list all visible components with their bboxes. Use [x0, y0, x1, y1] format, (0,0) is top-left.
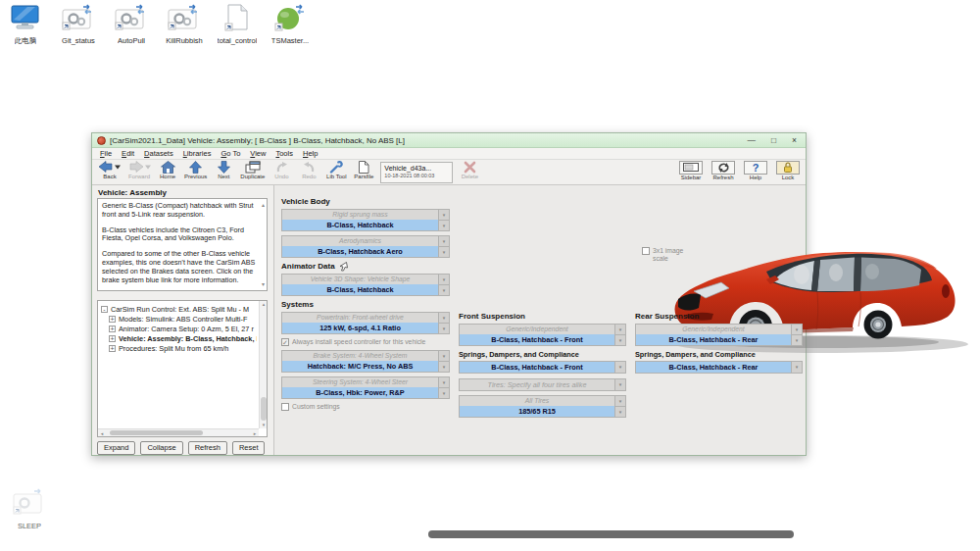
collapse-button[interactable]: Collapse — [140, 441, 182, 455]
dropdown-arrow-icon[interactable]: ▾ — [614, 334, 625, 345]
help-button[interactable]: ? Help — [742, 161, 769, 184]
dropdown-selected-value[interactable]: B-Class, Hatchback - Rear — [636, 334, 802, 345]
tree-item-run-control[interactable]: - CarSim Run Control: Ext. ABS: Split Mu… — [101, 304, 257, 314]
menu-file[interactable]: File — [96, 149, 116, 158]
tree-item-vehicle[interactable]: + Vehicle: Assembly: B-Class, Hatchback,… — [101, 333, 257, 343]
dropdown-selected-value[interactable]: B-Class, Hatchback Aero — [282, 246, 449, 257]
checkbox-unchecked-icon[interactable] — [642, 247, 650, 255]
dropdown-selected-value[interactable]: B-Class, Hatchback - Rear — [636, 362, 802, 373]
dropdown-arrow-icon[interactable]: ▾ — [791, 325, 802, 334]
dropdown-arrow-icon[interactable]: ▾ — [438, 313, 449, 323]
dropdown-arrow-icon[interactable]: ▾ — [614, 362, 625, 373]
tree-item-models[interactable]: + Models: Simulink: ABS Controller Multi… — [101, 314, 257, 324]
dropdown-category-link[interactable]: All Tires — [460, 396, 625, 406]
next-button[interactable]: Next — [211, 161, 236, 184]
checkbox-checked-icon[interactable]: ✓ — [281, 338, 289, 346]
tree-expand-icon[interactable]: + — [109, 316, 116, 323]
dropdown-arrow-icon[interactable]: ▾ — [614, 406, 625, 417]
dropdown-category-link[interactable]: Generic/Independent — [636, 325, 802, 334]
dropdown-arrow-icon[interactable]: ▾ — [438, 284, 449, 295]
undo-button[interactable]: Undo — [269, 161, 294, 184]
custom-settings-checkbox[interactable]: Custom settings — [281, 403, 450, 411]
scrollbar-thumb[interactable] — [261, 397, 267, 421]
reset-button[interactable]: Reset — [232, 441, 266, 455]
dropdown-arrow-icon[interactable]: ▾ — [438, 377, 449, 387]
redo-button[interactable]: Redo — [296, 161, 321, 184]
dropdown-selected-value[interactable]: 125 kW, 6-spd, 4.1 Ratio — [282, 323, 449, 333]
menu-libraries[interactable]: Libraries — [179, 149, 216, 158]
dropdown-category-link[interactable]: Aerodynamics — [282, 236, 449, 246]
tree-item-animator[interactable]: + Animator: Camera Setup: 0 Azm, 5 El, 2… — [101, 324, 257, 333]
dropdown-arrow-icon[interactable]: ▾ — [438, 246, 449, 257]
back-button[interactable]: Back — [96, 161, 123, 184]
dropdown-arrow-icon[interactable]: ▾ — [438, 275, 449, 284]
tree-collapse-icon[interactable]: - — [101, 306, 108, 313]
scroll-down-icon[interactable]: ▾ — [262, 281, 265, 287]
tree-expand-icon[interactable]: + — [109, 326, 116, 332]
dropdown-selected-value[interactable]: 185/65 R15 — [460, 406, 625, 417]
dropdown-arrow-icon[interactable]: ▾ — [438, 220, 449, 230]
delete-button[interactable]: Delete — [457, 161, 482, 184]
menu-help[interactable]: Help — [299, 149, 321, 158]
desktop-icon-autopull[interactable]: AutoPull — [108, 3, 155, 45]
dataset-info-box[interactable]: Vehicle_d43a... 10-18-2021 08:00:03 — [380, 162, 453, 183]
scroll-right-icon[interactable]: ▸ — [251, 429, 259, 437]
dropdown-arrow-icon[interactable]: ▾ — [438, 323, 449, 333]
checkbox-unchecked-icon[interactable] — [281, 403, 289, 411]
dropdown-arrow-icon[interactable]: ▾ — [614, 396, 625, 406]
lock-button[interactable]: Lock — [774, 161, 802, 184]
speed-controller-checkbox[interactable]: ✓ Always install speed controller for th… — [281, 338, 450, 346]
tree-expand-icon[interactable]: + — [109, 345, 116, 352]
scrollbar-thumb[interactable] — [110, 430, 203, 435]
dropdown-category-link[interactable]: Generic/Independent — [460, 325, 625, 334]
desktop-icon-this-pc[interactable]: 此电脑 — [2, 3, 49, 45]
scroll-up-icon[interactable]: ▴ — [260, 301, 268, 308]
dropdown-arrow-icon[interactable]: ▾ — [438, 210, 449, 220]
menu-tools[interactable]: Tools — [271, 149, 297, 158]
dropdown-selected-value[interactable]: B-Class, Hbk: Power, R&P — [282, 387, 449, 398]
desktop-icon-git-status[interactable]: Git_status — [55, 3, 102, 45]
tree-expand-icon[interactable]: + — [109, 335, 116, 342]
dropdown-selected-value[interactable]: B-Class, Hatchback — [282, 220, 449, 230]
scroll-down-icon[interactable]: ▾ — [260, 422, 268, 428]
duplicate-button[interactable]: Duplicate — [238, 161, 267, 184]
dropdown-category-link[interactable]: Tires: Specify all four tires alike — [460, 379, 625, 390]
minimize-button[interactable]: — — [747, 134, 756, 147]
dropdown-arrow-icon[interactable]: ▾ — [791, 362, 802, 373]
dropdown-category-link[interactable]: Steering System: 4-Wheel Steer — [282, 377, 449, 387]
dropdown-selected-value[interactable]: B-Class, Hatchback - Front — [460, 362, 625, 373]
dropdown-category-link[interactable]: Vehicle 3D Shape: Vehicle Shape — [282, 275, 449, 284]
menu-goto[interactable]: Go To — [217, 149, 244, 158]
forward-button[interactable]: Forward — [125, 161, 153, 184]
tree-item-procedures[interactable]: + Procedures: Split Mu from 65 km/h — [101, 343, 257, 353]
dropdown-selected-value[interactable]: Hatchback: M/C Press, No ABS — [282, 361, 449, 372]
previous-button[interactable]: Previous — [182, 161, 209, 184]
desktop-icon-sleep[interactable]: SLEEP — [6, 487, 53, 530]
tree-horizontal-scrollbar[interactable]: ◂ ▸ — [98, 428, 259, 436]
tree-vertical-scrollbar[interactable]: ▴ ▾ — [259, 301, 267, 428]
dropdown-arrow-icon[interactable]: ▾ — [438, 361, 449, 372]
refresh-tree-button[interactable]: Refresh — [188, 441, 227, 455]
desktop-icon-total-control[interactable]: total_control — [214, 3, 261, 45]
lib-tool-button[interactable]: Lib Tool — [323, 161, 349, 184]
dropdown-category-link[interactable]: Powertrain: Front-wheel drive — [282, 313, 449, 323]
desktop-icon-tsmaster[interactable]: TSMaster... — [267, 3, 314, 45]
scroll-left-icon[interactable]: ◂ — [98, 429, 106, 437]
dropdown-arrow-icon[interactable]: ▾ — [614, 325, 625, 334]
menu-edit[interactable]: Edit — [118, 149, 138, 158]
dropdown-arrow-icon[interactable]: ▾ — [438, 387, 449, 398]
dropdown-arrow-icon[interactable]: ▾ — [438, 236, 449, 246]
dropdown-selected-value[interactable]: B-Class, Hatchback - Front — [460, 334, 625, 345]
dropdown-arrow-icon[interactable]: ▾ — [438, 351, 449, 361]
dropdown-arrow-icon[interactable]: ▾ — [791, 334, 802, 345]
menu-datasets[interactable]: Datasets — [140, 149, 177, 158]
home-button[interactable]: Home — [155, 161, 180, 184]
dropdown-category-link[interactable]: Brake System: 4-Wheel System — [282, 351, 449, 361]
dropdown-category-link[interactable]: Rigid sprung mass — [282, 210, 449, 220]
titlebar[interactable]: [CarSim2021.1_Data] Vehicle: Assembly; [… — [92, 133, 806, 148]
close-button[interactable]: × — [792, 134, 797, 147]
desktop-icon-killrubbish[interactable]: KillRubbish — [161, 3, 208, 45]
dropdown-selected-value[interactable]: B-Class, Hatchback — [282, 284, 449, 295]
sidebar-button[interactable]: Sidebar — [677, 161, 705, 184]
parsfile-button[interactable]: Parsfile — [351, 161, 376, 184]
